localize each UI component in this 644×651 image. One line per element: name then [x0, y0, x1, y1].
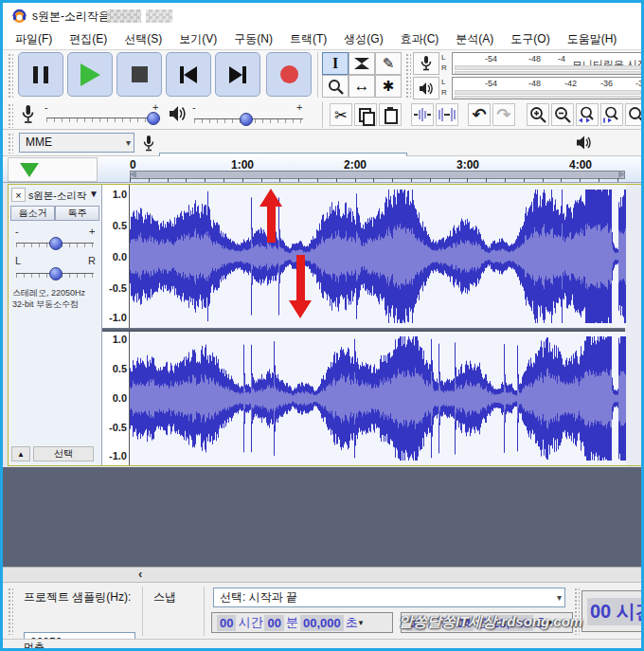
timeline-label-4: 4:00 — [569, 158, 592, 172]
menu-file[interactable]: 파일(F) — [7, 28, 61, 50]
menu-analyze[interactable]: 분석(A) — [447, 28, 502, 50]
copy-button[interactable] — [354, 103, 377, 126]
menu-effect[interactable]: 효과(C) — [392, 28, 448, 50]
menu-help[interactable]: 도움말(H) — [559, 28, 626, 50]
scissors-icon: ✂ — [334, 106, 347, 124]
zoom-out-button[interactable] — [551, 103, 574, 126]
menu-edit[interactable]: 편집(E) — [61, 28, 116, 50]
waveform-left-channel[interactable] — [129, 185, 626, 328]
ruler-label: 1.0 — [102, 334, 127, 345]
envelope-tool-button[interactable] — [349, 52, 375, 75]
redacted-text — [107, 9, 141, 23]
selection-tool-button[interactable]: I — [322, 52, 349, 75]
ruler-label: -0.5 — [102, 282, 127, 294]
vertical-ruler-right-channel[interactable]: 1.0 0.5 0.0 -0.5 -1.0 — [102, 332, 129, 465]
timeline-corner — [8, 157, 98, 182]
audio-host-select[interactable]: MME ▾ — [19, 133, 134, 153]
track-collapse-button[interactable]: ▲ — [11, 446, 30, 461]
title-bar[interactable]: s원본-소리작음 — [3, 3, 641, 28]
track-title[interactable]: s원본-소리작 — [28, 190, 87, 203]
zoom-out-icon — [554, 106, 571, 123]
solo-button[interactable]: 독주 — [55, 206, 99, 221]
mute-button[interactable]: 음소거 — [10, 206, 55, 221]
copy-icon — [359, 108, 372, 122]
audacity-window: s원본-소리작음 파일(F) 편집(E) 선택(S) 보기(V) 구동(N) 트… — [0, 0, 644, 651]
playback-meter[interactable]: -54 -48 -42 -36 -30 — [452, 77, 644, 99]
pan-slider[interactable] — [16, 273, 94, 274]
chevron-down-icon[interactable]: ▾ — [359, 618, 364, 627]
fit-project-icon — [602, 106, 621, 123]
multitool-icon: ✱ — [383, 78, 395, 95]
recording-volume-slider-thumb[interactable] — [147, 112, 160, 125]
record-button[interactable] — [266, 52, 312, 97]
toolbar-gripper[interactable] — [8, 53, 13, 98]
menu-view[interactable]: 보기(V) — [170, 28, 225, 50]
toolbar-gripper[interactable] — [8, 133, 13, 154]
record-meter[interactable]: -54 -48 -4 모니터링을 시작 — [452, 52, 644, 75]
draw-tool-button[interactable]: ✎ — [375, 52, 402, 75]
gain-slider[interactable] — [16, 243, 94, 244]
pan-right-label: R — [88, 255, 96, 266]
mute-label: 음소거 — [19, 207, 47, 220]
stop-button[interactable] — [116, 52, 162, 97]
timeline-minor-ticks — [130, 178, 626, 182]
timeshift-icon: ↔ — [354, 77, 370, 96]
timeshift-tool-button[interactable]: ↔ — [349, 75, 375, 98]
menu-tracks[interactable]: 트랙(T) — [281, 28, 335, 50]
start-seconds[interactable]: 00,000 — [300, 615, 344, 631]
start-hours[interactable]: 00 — [217, 615, 236, 631]
zoom-tool-button[interactable] — [322, 75, 349, 98]
toolbar-gripper[interactable] — [8, 588, 13, 635]
gain-slider-thumb[interactable] — [49, 237, 63, 250]
menu-select[interactable]: 선택(S) — [116, 28, 170, 50]
record-meter-mic-button[interactable] — [413, 52, 439, 75]
pan-slider-thumb[interactable] — [49, 267, 63, 280]
playback-volume-slider[interactable] — [194, 118, 303, 119]
redo-button[interactable]: ↷ — [492, 103, 515, 126]
vertical-ruler-left-channel[interactable]: 1.0 0.5 0.0 -0.5 -1.0 — [102, 185, 129, 328]
menu-tools[interactable]: 도구(O) — [502, 28, 558, 50]
playback-meter-speaker-button[interactable] — [413, 77, 439, 99]
toolbar-gripper[interactable] — [405, 53, 411, 98]
menu-generate[interactable]: 생성(G) — [335, 28, 391, 50]
silence-audio-button[interactable] — [436, 103, 458, 126]
record-meter-bar-r — [455, 71, 641, 75]
ruler-label: 0.5 — [102, 220, 127, 231]
undo-button[interactable]: ↶ — [468, 103, 491, 126]
play-position-pin-icon[interactable] — [20, 163, 39, 177]
ruler-label: -1.0 — [102, 450, 127, 461]
selection-start-field[interactable]: 00 시간 00 분 00,000 초 ▾ — [211, 612, 393, 633]
waveform-right-channel[interactable] — [129, 332, 626, 465]
position-value: 00 시간 — [587, 598, 644, 625]
zoom-toggle-button[interactable] — [625, 103, 644, 126]
audio-position-field[interactable]: 00 시간 — [581, 590, 644, 632]
playback-volume-slider-thumb[interactable] — [240, 113, 253, 126]
recording-volume-slider[interactable] — [46, 118, 160, 118]
trim-audio-button[interactable] — [411, 103, 434, 126]
track-control-panel[interactable]: × s원본-소리작 ▼ 음소거 독주 - + L R 스테레오, 22050Hz — [9, 185, 102, 465]
skip-to-start-button[interactable] — [166, 52, 211, 97]
start-minutes[interactable]: 00 — [264, 615, 283, 631]
paste-button[interactable] — [379, 103, 402, 126]
ruler-label: 0.0 — [102, 392, 127, 404]
track-menu-icon[interactable]: ▼ — [89, 189, 98, 199]
zoom-in-button[interactable] — [527, 103, 549, 126]
cut-button[interactable]: ✂ — [330, 103, 352, 126]
scrollbar-left-arrow-icon[interactable]: ‹ — [138, 567, 142, 581]
menu-transport[interactable]: 구동(N) — [225, 28, 281, 50]
toolbar-gripper[interactable] — [8, 103, 13, 128]
fit-project-button[interactable] — [600, 103, 623, 126]
selection-mode-select[interactable]: 선택: 시작과 끝 ▾ — [213, 588, 565, 607]
trim-audio-icon — [412, 107, 433, 122]
pause-button[interactable] — [18, 52, 63, 97]
track-select-button[interactable]: 선택 — [33, 446, 94, 461]
timeline-ruler[interactable]: 0 1:00 2:00 3:00 4:00 — [3, 156, 641, 183]
play-button[interactable] — [67, 52, 113, 97]
track-close-button[interactable]: × — [11, 188, 26, 202]
track-area-background[interactable] — [3, 467, 641, 567]
multi-tool-button[interactable]: ✱ — [375, 75, 402, 98]
silence-audio-icon — [437, 107, 457, 122]
fit-selection-button[interactable] — [576, 103, 599, 126]
horizontal-scrollbar[interactable]: ‹ — [3, 567, 641, 582]
skip-to-end-button[interactable] — [215, 52, 260, 97]
